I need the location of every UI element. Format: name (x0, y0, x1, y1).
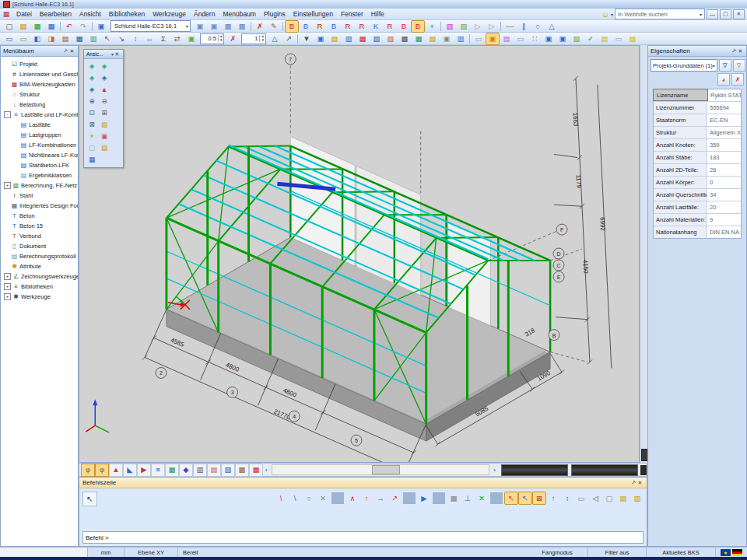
status-workplane[interactable]: Ebene XY (124, 548, 178, 557)
toolbar-button[interactable]: — (503, 20, 517, 33)
toolbar-button[interactable]: B (285, 20, 299, 33)
snap-toggle-button[interactable]: \ (274, 492, 288, 505)
tree-item[interactable]: + ▥ Berechnung, FE-Netz (1, 180, 78, 191)
view-tab[interactable]: ◆ (179, 464, 193, 477)
viewport-horizontal-scrollbar[interactable] (272, 464, 490, 475)
toolbar-button[interactable]: ▭ (612, 33, 626, 45)
tree-item[interactable]: I Stahl (1, 191, 78, 201)
menu-item[interactable]: Bearbeiten (36, 9, 75, 19)
menu-item[interactable]: Plugins (260, 9, 289, 19)
toolbar-button[interactable]: ▭ (16, 33, 30, 45)
tree-expander-icon[interactable] (4, 264, 9, 269)
property-row[interactable]: Anzahl Querschnitte: 34 (654, 189, 741, 201)
view-tab[interactable]: ▲ (109, 464, 123, 477)
tree-item[interactable]: ☑ Projekt (1, 59, 78, 69)
snap-toggle-button[interactable]: ▶ (417, 492, 431, 505)
toolbar-button[interactable]: ▦ (72, 33, 86, 45)
snap-toggle-button[interactable]: \ (288, 492, 302, 505)
toolbar-button[interactable]: ▣ (193, 20, 207, 33)
toolbar-button[interactable]: ◨ (44, 33, 58, 45)
tree-expander-icon[interactable] (13, 132, 19, 138)
search-dropdown-icon[interactable]: ▾ (700, 12, 702, 17)
toolbar-button[interactable]: ▥ (342, 33, 356, 45)
tree-item[interactable]: + ≡ Bibliotheken (1, 282, 78, 292)
tree-expander-icon[interactable] (4, 92, 9, 97)
toolbar-button[interactable]: ∷ (528, 33, 542, 45)
menu-item[interactable]: Bibliotheken (105, 9, 149, 19)
tree-item[interactable]: + ✱ Werkzeuge (1, 292, 78, 302)
tree-expander-icon[interactable] (13, 173, 19, 178)
filter-tool-button[interactable]: ∇ (719, 59, 731, 72)
snap-toggle-button[interactable]: ✕ (316, 492, 330, 505)
tree-expander-icon[interactable]: + (4, 283, 11, 290)
snap-toggle-button[interactable]: ▢ (602, 492, 616, 505)
menu-item[interactable]: Werkzeuge (149, 9, 190, 19)
toolbar-button[interactable]: ↗ (282, 33, 296, 45)
snap-toggle-button[interactable]: ◁ (588, 492, 602, 505)
toolbar-button[interactable]: R (355, 20, 369, 33)
toolbar-button[interactable]: ◧ (30, 33, 44, 45)
menu-item[interactable]: Fenster (337, 9, 367, 19)
tree-expander-icon[interactable] (13, 163, 19, 168)
view-tab[interactable]: φ (81, 464, 95, 477)
pointer-mode-button[interactable]: ↖ (82, 492, 97, 506)
toolbar-button[interactable]: ▦ (412, 33, 426, 45)
toolbar-button[interactable]: + (425, 20, 439, 33)
toolbar-button[interactable]: ▦ (30, 20, 44, 33)
menu-item[interactable]: Menübaum (219, 9, 260, 19)
toolbar-button[interactable] (440, 22, 441, 31)
tree-expander-icon[interactable] (4, 223, 9, 229)
snap-toggle-button[interactable]: ✕ (475, 492, 489, 505)
tree-item[interactable]: ▦ Integriertes Design Forms (1, 201, 78, 211)
tree-expander-icon[interactable]: - (4, 111, 11, 118)
menu-item[interactable]: Ändern (190, 9, 219, 19)
toolbar-button[interactable]: ↔ (142, 33, 156, 45)
view-tool-button[interactable]: ▧ (98, 119, 110, 131)
property-row[interactable]: Anzahl Knoten: 359 (654, 139, 741, 152)
toolbar-button[interactable]: ▣ (542, 33, 556, 45)
view-tool-button[interactable]: ☀ (86, 131, 98, 142)
toolbar-button[interactable] (469, 34, 470, 44)
combo-arrow-icon[interactable]: ▾ (186, 23, 188, 29)
spinner-arrows-icon[interactable]: ▲▼ (259, 35, 265, 42)
toolbar-button[interactable] (60, 22, 61, 31)
render-preview-bar[interactable] (571, 464, 638, 476)
toolbar-button[interactable]: ▦ (356, 33, 370, 45)
view-tab[interactable]: ▤ (207, 464, 221, 477)
tree-item[interactable]: ✱ Attribute (1, 261, 78, 271)
toolbar-button[interactable]: ○ (531, 20, 545, 33)
toolbar-button[interactable]: ⇄ (170, 33, 184, 45)
tree-expander-icon[interactable] (4, 203, 9, 208)
toolbar-button[interactable]: ▷ (471, 20, 485, 33)
tree-expander-icon[interactable]: + (4, 273, 11, 280)
horizontal-scroll-thumb[interactable] (372, 465, 400, 474)
view-tool-button[interactable]: ▲ (98, 84, 110, 96)
tree-item[interactable]: ▤ Ergebnisklassen (1, 170, 78, 180)
toolbar-button[interactable]: ▧ (570, 33, 584, 45)
view-tool-button[interactable]: ⊠ (86, 119, 98, 131)
tree-expander-icon[interactable] (4, 102, 9, 107)
toolbar-button[interactable]: ✓ (584, 33, 598, 45)
snap-toggle-button[interactable]: ▥ (630, 492, 644, 505)
toolbar-button[interactable]: B (411, 20, 425, 33)
toolbar-button[interactable]: R (341, 20, 355, 33)
toolbar-button[interactable]: B (397, 20, 411, 33)
snap-toggle-button[interactable] (403, 492, 416, 504)
snap-toggle-button[interactable]: ○ (302, 492, 316, 505)
tree-item[interactable]: ▯ Dokument (1, 241, 78, 251)
tree-item[interactable]: ▤ Nichtlineare LF-Kombin (1, 150, 78, 160)
view-tab[interactable]: ▩ (235, 464, 249, 477)
toolbar-button[interactable]: ▤ (500, 33, 514, 45)
snap-toggle-button[interactable]: ⊠ (532, 492, 546, 505)
property-row[interactable]: Lizenznummer 555694 (654, 102, 741, 114)
toolbar-button[interactable]: R (383, 20, 397, 33)
view-tool-button[interactable]: ⊞ (98, 107, 110, 119)
toolbar-button[interactable]: ▤ (328, 33, 342, 45)
toolbar-button[interactable]: ✗ (253, 20, 267, 33)
toolbar-button[interactable]: ▩ (235, 20, 249, 33)
toolbar-button[interactable]: ▤ (58, 33, 72, 45)
property-row[interactable]: Anzahl Körper: 0 (654, 177, 741, 189)
project-combo[interactable]: Schlund Halle-EC3 16.1 ▾ (110, 20, 191, 32)
toolbar-button[interactable]: ▣ (94, 20, 108, 33)
webhelp-search-input[interactable]: In Webhilfe suchen ▾ (615, 9, 705, 19)
